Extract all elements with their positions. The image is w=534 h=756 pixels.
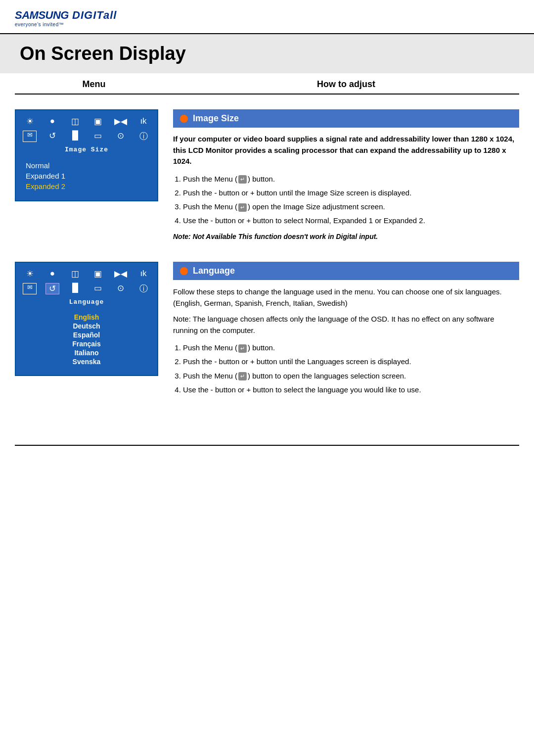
language-dot xyxy=(180,267,188,275)
lang-item-english: English xyxy=(26,313,147,322)
page-title: On Screen Display xyxy=(20,43,514,64)
page-title-bar: On Screen Display xyxy=(0,34,534,73)
language-step-4: Use the - button or + button to select t… xyxy=(183,384,519,395)
lang-item-svenska: Svenska xyxy=(26,357,147,366)
image-size-step-1: Push the Menu (↵) button. xyxy=(183,173,519,185)
image-size-title: Image Size xyxy=(193,113,239,124)
language-title: Language xyxy=(193,266,235,276)
menu-item-normal: Normal xyxy=(26,160,147,171)
info-icon: ⓘ xyxy=(136,131,150,142)
lang-item-deutsch: Deutsch xyxy=(26,322,147,331)
language-section: ☀ ● ◫ ▣ ▶◀ ık ✉ ↺ ▐▌ ▭ ⊙ ⓘ Language Engl… xyxy=(15,262,519,400)
lang-osd-icons-row2: ✉ ↺ ▐▌ ▭ ⊙ ⓘ xyxy=(21,282,152,295)
main-content: ☀ ● ◫ ▣ ▶◀ ık ✉ ↺ ▐▌ ▭ ⊙ ⓘ Image Size No… xyxy=(0,94,534,435)
image-size-step-3: Push the Menu (↵) open the Image Size ad… xyxy=(183,201,519,212)
lang-menu-btn-icon-1: ↵ xyxy=(238,344,247,353)
lang-menu-btn-icon-2: ↵ xyxy=(238,372,247,380)
language-steps: Push the Menu (↵) button. Push the - but… xyxy=(183,342,519,395)
envelope-icon: ✉ xyxy=(23,131,37,142)
logo-digit: DIGITall xyxy=(72,9,117,21)
image-size-note: Note: Not Available This function doesn'… xyxy=(173,232,519,242)
columns-icon: ▐▌ xyxy=(68,131,82,142)
image-size-intro: If your computer or video board supplies… xyxy=(173,134,519,167)
image-lock-icon: ◫ xyxy=(68,116,82,127)
menu-column-header: Menu xyxy=(15,79,173,90)
column-headers: Menu How to adjust xyxy=(15,73,519,94)
how-column-header: How to adjust xyxy=(173,79,519,90)
language-osd-box: ☀ ● ◫ ▣ ▶◀ ık ✉ ↺ ▐▌ ▭ ⊙ ⓘ Language Engl… xyxy=(15,262,158,376)
osd-image-size-label: Image Size xyxy=(21,145,152,155)
contrast-icon: ● xyxy=(45,116,59,127)
logo-samsung: SAMSUNG xyxy=(15,9,69,21)
lang-position-icon: ▣ xyxy=(91,269,105,279)
logo-tagline: everyone's invited™ xyxy=(15,22,64,27)
menu-item-expanded1: Expanded 1 xyxy=(26,171,147,181)
lang-refresh-icon: ↺ xyxy=(45,283,59,294)
image-size-body: If your computer or video board supplies… xyxy=(173,134,519,242)
lang-item-italiano: Italiano xyxy=(26,348,147,357)
menu-btn-icon-1: ↵ xyxy=(238,175,247,184)
image-size-title-bar: Image Size xyxy=(173,109,519,128)
lang-brightness-icon: ☀ xyxy=(23,269,37,279)
language-title-bar: Language xyxy=(173,262,519,280)
size-icon: ▶◀ xyxy=(114,116,128,127)
key-icon: ık xyxy=(136,116,150,127)
language-desc2: Note: The language chosen affects only t… xyxy=(173,313,519,336)
page-footer xyxy=(15,445,519,449)
lang-envelope-icon: ✉ xyxy=(23,283,37,294)
menu-btn-icon-2: ↵ xyxy=(238,203,247,212)
image-size-section: ☀ ● ◫ ▣ ▶◀ ık ✉ ↺ ▐▌ ▭ ⊙ ⓘ Image Size No… xyxy=(15,109,519,242)
lang-key-icon: ık xyxy=(136,269,150,279)
lang-info-icon: ⓘ xyxy=(136,283,150,294)
language-right-panel: Language Follow these steps to change th… xyxy=(173,262,519,400)
language-desc1: Follow these steps to change the languag… xyxy=(173,286,519,309)
osd-language-label: Language xyxy=(21,297,152,308)
image-size-menu-items: Normal Expanded 1 Expanded 2 xyxy=(21,158,152,193)
circle-icon: ⊙ xyxy=(114,131,128,142)
samsung-logo: SAMSUNG DIGITall everyone's invited™ xyxy=(15,9,519,27)
image-size-dot xyxy=(180,115,188,123)
image-size-osd-box: ☀ ● ◫ ▣ ▶◀ ık ✉ ↺ ▐▌ ▭ ⊙ ⓘ Image Size No… xyxy=(15,109,158,201)
language-step-2: Push the - button or + button until the … xyxy=(183,356,519,367)
lang-circle-icon: ⊙ xyxy=(114,283,128,294)
lang-contrast-icon: ● xyxy=(45,269,59,279)
language-step-1: Push the Menu (↵) button. xyxy=(183,342,519,353)
language-body: Follow these steps to change the languag… xyxy=(173,286,519,395)
language-step-3: Push the Menu (↵) button to open the lan… xyxy=(183,370,519,381)
position-icon: ▣ xyxy=(91,116,105,127)
lang-item-espanol: Español xyxy=(26,331,147,339)
osd-icons-row1: ☀ ● ◫ ▣ ▶◀ ık xyxy=(21,115,152,128)
lang-rect-icon: ▭ xyxy=(91,283,105,294)
image-size-step-2: Push the - button or + button until the … xyxy=(183,187,519,198)
menu-item-expanded2: Expanded 2 xyxy=(26,181,147,191)
lang-osd-icons-row1: ☀ ● ◫ ▣ ▶◀ ık xyxy=(21,268,152,280)
rect-icon: ▭ xyxy=(91,131,105,142)
lang-size-icon: ▶◀ xyxy=(114,269,128,279)
lang-image-lock-icon: ◫ xyxy=(68,269,82,279)
language-menu-items: English Deutsch Español Français Italian… xyxy=(21,311,152,368)
refresh-icon: ↺ xyxy=(45,131,59,142)
image-size-steps: Push the Menu (↵) button. Push the - but… xyxy=(183,173,519,227)
lang-columns-icon: ▐▌ xyxy=(68,283,82,294)
image-size-right-panel: Image Size If your computer or video boa… xyxy=(173,109,519,242)
osd-icons-row2: ✉ ↺ ▐▌ ▭ ⊙ ⓘ xyxy=(21,130,152,143)
lang-item-francais: Français xyxy=(26,339,147,348)
page-header: SAMSUNG DIGITall everyone's invited™ xyxy=(0,0,534,34)
image-size-step-4: Use the - button or + button to select N… xyxy=(183,215,519,226)
brightness-icon: ☀ xyxy=(23,116,37,127)
